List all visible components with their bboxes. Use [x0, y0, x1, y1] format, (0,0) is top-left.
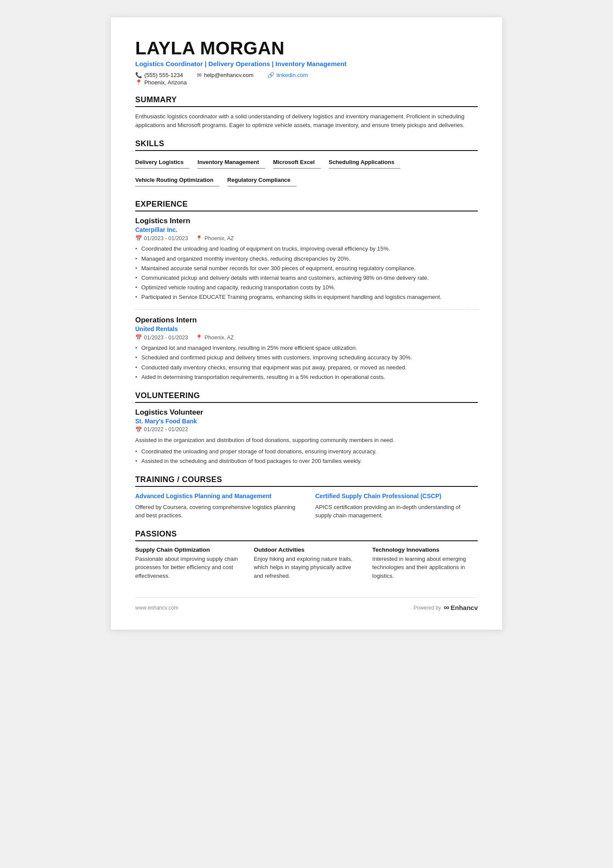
training-item-title: Certified Supply Chain Professional (CSC…	[315, 492, 478, 501]
enhancv-name: Enhancv	[450, 604, 478, 611]
calendar-icon: 📅	[135, 235, 142, 241]
vol-dates: 📅 01/2022 - 01/2022	[135, 426, 188, 433]
passion-desc: Interested in learning about emerging te…	[372, 555, 478, 580]
skills-grid: Delivery LogisticsInventory ManagementMi…	[135, 156, 478, 190]
bullet-item: Participated in Service EDUCATE Training…	[135, 293, 478, 302]
job-bullets: Coordinated the unloading and loading of…	[135, 245, 478, 302]
vol-desc: Assisted in the organization and distrib…	[135, 436, 478, 445]
bullet-item: Optimized vehicle routing and capacity, …	[135, 283, 478, 292]
training-item: Certified Supply Chain Professional (CSC…	[315, 492, 478, 520]
passion-desc: Enjoy hiking and exploring nature trails…	[254, 555, 360, 580]
passion-item: Supply Chain Optimization Passionate abo…	[135, 546, 241, 580]
bullet-item: Aided in determining transportation requ…	[135, 373, 478, 382]
bullet-item: Communicated pickup and delivery details…	[135, 274, 478, 282]
email-icon: ✉	[197, 72, 202, 78]
linkedin-link[interactable]: linkedin.com	[277, 72, 308, 78]
company-name: Caterpillar Inc.	[135, 226, 478, 233]
bullet-item: Coordinated the unloading and proper sto…	[135, 447, 478, 456]
experience-title: EXPERIENCE	[135, 200, 478, 211]
resume-document: LAYLA MORGAN Logistics Coordinator | Del…	[111, 17, 502, 630]
candidate-name: LAYLA MORGAN	[135, 38, 478, 58]
job-location: 📍 Phoenix, AZ	[196, 235, 233, 241]
experience-entry: Operations Intern United Rentals 📅 01/20…	[135, 309, 478, 382]
bullet-item: Coordinated the unloading and loading of…	[135, 245, 478, 253]
company-name: United Rentals	[135, 325, 478, 332]
job-dates: 📅 01/2023 - 01/2023	[135, 334, 188, 341]
passion-desc: Passionate about improving supply chain …	[135, 555, 241, 580]
vol-title: Logistics Volunteer	[135, 408, 478, 417]
location-text: Phoenix, Arizona	[144, 79, 187, 86]
contact-row: 📞 (555) 555-1234 ✉ help@enhancv.com 🔗 li…	[135, 72, 478, 78]
footer-website: www.enhancv.com	[135, 605, 178, 611]
phone-icon: 📞	[135, 72, 142, 78]
skill-tag: Delivery Logistics	[135, 156, 190, 169]
vol-company: St. Mary's Food Bank	[135, 418, 478, 425]
job-title: Logistics Intern	[135, 217, 478, 225]
skill-tag: Vehicle Routing Optimization	[135, 174, 220, 187]
passions-section: PASSIONS Supply Chain Optimization Passi…	[135, 530, 478, 580]
summary-title: SUMMARY	[135, 95, 478, 107]
bullet-item: Organized lot and managed inventory, res…	[135, 344, 478, 352]
footer: www.enhancv.com Powered by ∞ Enhancv	[135, 597, 478, 612]
summary-text: Enthusiastic logistics coordinator with …	[135, 112, 478, 130]
passion-item: Outdoor Activities Enjoy hiking and expl…	[254, 546, 360, 580]
job-location: 📍 Phoenix, AZ	[196, 334, 233, 341]
enhancv-brand: ∞ Enhancv	[444, 603, 478, 612]
email-address: help@enhancv.com	[204, 72, 253, 78]
passion-title: Supply Chain Optimization	[135, 546, 241, 553]
skills-title: SKILLS	[135, 139, 478, 151]
phone-number: (555) 555-1234	[144, 72, 183, 78]
powered-by-label: Powered by	[413, 605, 441, 611]
training-item: Advanced Logistics Planning and Manageme…	[135, 492, 298, 520]
job-bullets: Organized lot and managed inventory, res…	[135, 344, 478, 382]
passions-grid: Supply Chain Optimization Passionate abo…	[135, 546, 478, 580]
training-title: TRAINING / COURSES	[135, 475, 478, 487]
summary-section: SUMMARY Enthusiastic logistics coordinat…	[135, 95, 478, 130]
passion-item: Technology Innovations Interested in lea…	[372, 546, 478, 580]
passions-title: PASSIONS	[135, 530, 478, 541]
skills-section: SKILLS Delivery LogisticsInventory Manag…	[135, 139, 478, 190]
enhancv-infinity-icon: ∞	[444, 603, 450, 612]
phone-item: 📞 (555) 555-1234	[135, 72, 183, 78]
bullet-item: Scheduled and confirmed pickup and deliv…	[135, 353, 478, 362]
skill-tag: Scheduling Applications	[329, 156, 400, 169]
bullet-item: Assisted in the scheduling and distribut…	[135, 457, 478, 466]
training-section: TRAINING / COURSES Advanced Logistics Pl…	[135, 475, 478, 520]
vol-bullets: Coordinated the unloading and proper sto…	[135, 447, 478, 466]
skill-tag: Inventory Management	[197, 156, 265, 169]
header: LAYLA MORGAN Logistics Coordinator | Del…	[135, 38, 478, 86]
job-meta: 📅 01/2023 - 01/2023 📍 Phoenix, AZ	[135, 334, 478, 341]
job-dates: 📅 01/2023 - 01/2023	[135, 235, 188, 241]
location-row: 📍 Phoenix, Arizona	[135, 79, 478, 86]
candidate-title: Logistics Coordinator | Delivery Operati…	[135, 60, 478, 67]
job-title: Operations Intern	[135, 316, 478, 325]
experience-list: Logistics Intern Caterpillar Inc. 📅 01/2…	[135, 217, 478, 381]
experience-entry: Logistics Intern Caterpillar Inc. 📅 01/2…	[135, 217, 478, 302]
passion-title: Outdoor Activities	[254, 546, 360, 553]
location-icon: 📍	[135, 79, 142, 86]
location-pin-icon: 📍	[196, 334, 203, 341]
volunteering-section: VOLUNTEERING Logistics Volunteer St. Mar…	[135, 391, 478, 466]
link-icon: 🔗	[267, 72, 274, 78]
linkedin-item[interactable]: 🔗 linkedin.com	[267, 72, 308, 78]
location-pin-icon: 📍	[196, 235, 203, 241]
training-grid: Advanced Logistics Planning and Manageme…	[135, 492, 478, 520]
volunteering-list: Logistics Volunteer St. Mary's Food Bank…	[135, 408, 478, 466]
calendar-icon: 📅	[135, 334, 142, 341]
experience-section: EXPERIENCE Logistics Intern Caterpillar …	[135, 200, 478, 381]
passion-title: Technology Innovations	[372, 546, 478, 553]
email-item: ✉ help@enhancv.com	[197, 72, 253, 78]
training-item-title: Advanced Logistics Planning and Manageme…	[135, 492, 298, 501]
volunteering-entry: Logistics Volunteer St. Mary's Food Bank…	[135, 408, 478, 466]
bullet-item: Conducted daily inventory checks, ensuri…	[135, 363, 478, 372]
job-meta: 📅 01/2023 - 01/2023 📍 Phoenix, AZ	[135, 235, 478, 241]
vol-meta: 📅 01/2022 - 01/2022	[135, 426, 478, 433]
calendar-icon: 📅	[135, 426, 142, 433]
training-item-desc: APICS certification providing an in-dept…	[315, 503, 478, 520]
skill-tag: Microsoft Excel	[273, 156, 321, 169]
footer-powered-by: Powered by ∞ Enhancv	[413, 603, 478, 612]
bullet-item: Maintained accurate serial number record…	[135, 264, 478, 273]
volunteering-title: VOLUNTEERING	[135, 391, 478, 403]
bullet-item: Managed and organized monthly inventory …	[135, 255, 478, 263]
training-item-desc: Offered by Coursera, covering comprehens…	[135, 503, 298, 520]
